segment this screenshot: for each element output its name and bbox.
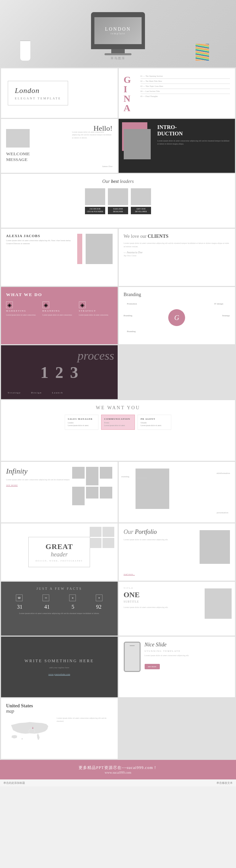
leader-card-2: SARA DOEDESIGNER xyxy=(108,188,128,214)
leaders-title: Our best leaders xyxy=(6,179,230,184)
hero-center: LONDON template xyxy=(91,12,145,55)
great-title: GREAT xyxy=(35,542,83,551)
intro-title: INTRO-DUCTION xyxy=(157,124,230,137)
intro-image xyxy=(124,129,151,159)
welcome-message: WELCOMEMESSAGE xyxy=(6,151,30,163)
niceslide-title: Nice Slide xyxy=(145,642,189,648)
whatwedo-icon-3: ◈ xyxy=(79,302,86,308)
niceslide-right: Nice Slide STUNNING TEMPLATE Lorem ipsum… xyxy=(145,642,189,669)
usmap-title-line1: United States xyxy=(6,703,33,708)
slide-leaders: Our best leaders JACOB DOECEO & FOUNDER … xyxy=(1,174,235,228)
niceslide-button[interactable]: see more xyxy=(145,664,160,669)
alexia-name: ALEXIA JACOBS xyxy=(6,234,74,238)
gina-lines: 01 — The Opening Section 02 — The Main T… xyxy=(141,75,230,97)
stunning-line xyxy=(137,478,147,478)
inf-box-3 xyxy=(100,467,112,478)
slide-usmap: United States map xyxy=(1,698,118,759)
monitor-base xyxy=(105,53,131,55)
wewant-card1-title: SALES MANAGER xyxy=(68,418,95,421)
process-label-1: Strategy xyxy=(8,392,21,394)
whatwedo-col-2: ◈ BRANDING Lorem ipsum dolor sit amet co… xyxy=(42,302,76,316)
great-bg-box-4 xyxy=(102,538,114,548)
alexia-left: ALEXIA JACOBS Lorem ipsum dolor sit amet… xyxy=(6,234,74,245)
usmap-title: United States map xyxy=(6,703,113,714)
vase-decoration xyxy=(20,40,30,61)
great-box: GREAT header DESIGN, WORK, PHOTOGRAPHY xyxy=(28,537,90,567)
bottom-bar: 单击此处添加标题 单击修改文本 xyxy=(0,779,236,786)
gina-i: I xyxy=(124,85,137,94)
slide-wewant: WE WANT YOU SALES MANAGER LondonLorem ip… xyxy=(1,400,235,461)
slide-intro: INTRO-DUCTION Lorem ipsum dolor sit amet… xyxy=(119,119,235,173)
slide-alexia: ALEXIA JACOBS Lorem ipsum dolor sit amet… xyxy=(1,229,118,286)
leader-label-3: AMY DOEDEVELOPER xyxy=(131,207,151,214)
clients-title: We love our CLIENTS xyxy=(124,234,230,239)
great-bg-boxes xyxy=(90,527,114,548)
monitor-template-text: template xyxy=(111,32,125,35)
process-numbers: 1 2 3 xyxy=(40,363,78,382)
process-num-3: 3 xyxy=(70,363,78,382)
branding-label-promotion: Promotion xyxy=(127,303,137,305)
branding-center: Promotion Branding Branding Strategy IT … xyxy=(124,301,230,335)
leader-image-1 xyxy=(85,188,105,205)
alexia-text: Lorem ipsum dolor sit amet consectetur a… xyxy=(6,239,74,242)
slide-infinity: Infinity Lorem ipsum dolor sit amet cons… xyxy=(1,462,118,522)
london-subtitle: ELEGANT TEMPLATE xyxy=(15,97,61,100)
write-subtitle: add your tagline here xyxy=(49,666,69,669)
great-bg-box-3 xyxy=(90,538,101,548)
gina-line-5: 05 — Final Thoughts xyxy=(141,95,230,97)
facts-numbers: 31 41 5 92 xyxy=(6,604,113,610)
leader-image-2 xyxy=(108,188,128,205)
branding-label-branding-bottom: Branding xyxy=(127,330,136,333)
process-title: process xyxy=(78,349,114,363)
wewant-card3-text: OrlandoLorem ipsum dolor sit amet. xyxy=(141,422,168,427)
main-container: LONDON template 草鸟图库 London ELEGANT TEMP… xyxy=(0,0,236,786)
process-num-2: 2 xyxy=(55,363,63,382)
portfolio-image xyxy=(200,530,230,564)
slide-gina: G I N A 01 — The Opening Section 02 — Th… xyxy=(119,68,235,118)
whatwedo-icon-2: ◈ xyxy=(42,302,49,308)
inf-box-4 xyxy=(72,487,85,505)
footer-section: 更多精品PPT资源尽在---sucai999.com！ www.sucai999… xyxy=(0,760,236,779)
usmap-content: Lorem ipsum dolor sit amet consectetur a… xyxy=(6,717,113,744)
footer-url[interactable]: www.sucai999.com xyxy=(5,771,231,774)
hello-author: James Doe xyxy=(102,165,113,168)
bottombar-right: 单击修改文本 xyxy=(216,781,233,785)
london-border-box: London ELEGANT TEMPLATE xyxy=(8,81,68,105)
pencils-decoration xyxy=(196,44,209,61)
process-label-2: Design xyxy=(31,392,42,394)
facts-text: Lorem ipsum dolor sit amet consectetur a… xyxy=(6,612,113,615)
slide-portfolio: Our Portfolio Lorem ipsum dolor sit amet… xyxy=(119,523,235,581)
london-title: London xyxy=(15,86,61,95)
branding-label-itdesign: IT design xyxy=(214,303,223,305)
usmap-title-line2: map xyxy=(6,709,14,714)
slide-clients: We love our CLIENTS Lorem ipsum dolor si… xyxy=(119,229,235,286)
facts-num-3: 5 xyxy=(71,604,74,610)
stunning-label-left: stunning xyxy=(121,475,129,478)
gina-divider-4 xyxy=(141,94,230,94)
great-meta: DESIGN, WORK, PHOTOGRAPHY xyxy=(35,560,83,562)
facts-icons-row: ☎ ✉ ★ ♥ xyxy=(6,594,113,601)
whatwedo-col1-text: Lorem ipsum dolor sit amet consectetur. xyxy=(6,314,40,316)
stunning-label-bottom: presentation xyxy=(217,511,228,514)
wewant-card3-title: PR AGENT xyxy=(141,418,168,421)
clients-author: — Anastacia DoeTop View Client xyxy=(124,251,230,257)
whatwedo-title: WHAT WE DO xyxy=(6,292,113,298)
monitor-decoration: LONDON template xyxy=(91,12,145,49)
titleone-image xyxy=(205,588,232,619)
portfolio-link[interactable]: read more... xyxy=(124,573,135,576)
wewant-card2-title: COMMUNICATION xyxy=(104,418,132,421)
intro-right: INTRO-DUCTION Lorem ipsum dolor sit amet… xyxy=(156,124,230,168)
process-label-3: Launch xyxy=(52,392,63,394)
wewant-card-2: COMMUNICATION EventsLorem ipsum dolor si… xyxy=(101,415,135,430)
monitor-london-text: LONDON xyxy=(105,27,131,32)
usmap-text: Lorem ipsum dolor sit amet consectetur a… xyxy=(57,717,113,744)
slide-hello: Hello! Lorem ipsum dolor sit amet consec… xyxy=(1,119,118,173)
leader-label-1: JACOB DOECEO & FOUNDER xyxy=(85,207,105,214)
gina-letters: G I N A xyxy=(124,73,137,113)
gina-divider-3 xyxy=(141,89,230,89)
write-link[interactable]: www.yourwebsite.com xyxy=(49,673,70,676)
inf-box-1 xyxy=(72,467,85,478)
intro-text: Lorem ipsum dolor sit amet consectetur a… xyxy=(157,140,230,146)
leader-card-1: JACOB DOECEO & FOUNDER xyxy=(85,188,105,214)
wewant-card-3: PR AGENT OrlandoLorem ipsum dolor sit am… xyxy=(138,415,171,430)
